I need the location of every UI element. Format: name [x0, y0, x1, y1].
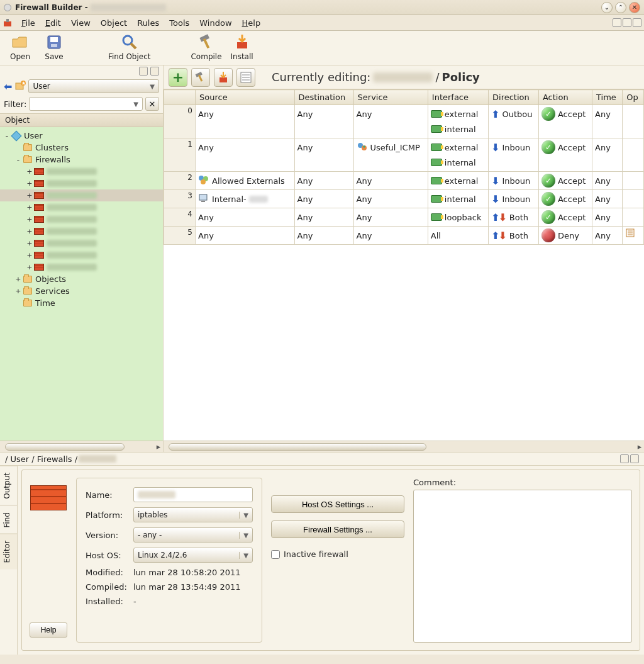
- hostos-dropdown[interactable]: Linux 2.4/2.6▼: [133, 548, 253, 563]
- column-header[interactable]: Time: [592, 90, 623, 105]
- install-button[interactable]: Install: [228, 33, 256, 61]
- minimize-button[interactable]: ⌄: [601, 2, 613, 13]
- column-header[interactable]: Interface: [428, 90, 488, 105]
- menu-rules[interactable]: Rules: [132, 16, 164, 30]
- svg-rect-4: [51, 44, 57, 47]
- arrow-down-icon: ⬇: [491, 175, 499, 187]
- breadcrumb: / User / Firewalls /: [0, 452, 644, 466]
- editor-restore-icon[interactable]: [620, 454, 629, 463]
- menu-tools[interactable]: Tools: [164, 16, 194, 30]
- tree-item[interactable]: -User: [0, 130, 163, 142]
- mdi-restore-icon[interactable]: [623, 18, 631, 27]
- version-dropdown[interactable]: - any -▼: [133, 527, 253, 543]
- filter-input[interactable]: ▼: [29, 97, 143, 111]
- tree-item[interactable]: +: [0, 201, 163, 213]
- column-header[interactable]: Service: [353, 90, 428, 105]
- compiled-value: lun mar 28 13:54:49 2011: [133, 582, 241, 592]
- log-icon[interactable]: [625, 230, 636, 240]
- window-menu-icon[interactable]: [4, 4, 11, 11]
- accept-icon: ✓: [541, 192, 555, 206]
- tree-item[interactable]: -Firewalls: [0, 154, 163, 166]
- menu-file[interactable]: File: [16, 16, 40, 30]
- tab-output[interactable]: Output: [0, 466, 17, 505]
- filter-label: Filter:: [4, 99, 26, 109]
- svg-rect-9: [237, 42, 247, 48]
- filter-clear-button[interactable]: ✕: [145, 97, 159, 111]
- host-os-settings-button[interactable]: Host OS Settings ...: [271, 495, 404, 513]
- editor-close-icon[interactable]: [630, 454, 639, 463]
- accept-icon: ✓: [541, 174, 555, 188]
- breadcrumb-redacted: [79, 455, 116, 463]
- mdi-close-icon[interactable]: [633, 18, 641, 27]
- column-header[interactable]: Direction: [489, 90, 539, 105]
- nav-back-icon[interactable]: ⬅: [4, 81, 12, 93]
- mdi-minimize-icon[interactable]: [613, 18, 621, 27]
- rule-row[interactable]: 3Internal-AnyAnyinternal⬇ Inboun✓AcceptA…: [164, 190, 644, 208]
- compile-rule-button[interactable]: [191, 68, 210, 87]
- rule-row[interactable]: 0AnyAnyAnyexternalinternal⬆ Outbou✓Accep…: [164, 105, 644, 138]
- group-icon: [198, 175, 209, 187]
- tree-item[interactable]: +Services: [0, 285, 163, 297]
- column-header[interactable]: Destination: [294, 90, 353, 105]
- sidebar-scrollbar[interactable]: ▸: [0, 441, 163, 452]
- column-header[interactable]: Op: [623, 90, 644, 105]
- hammer-icon: [197, 33, 215, 51]
- tab-editor[interactable]: Editor: [0, 534, 17, 570]
- tab-find[interactable]: Find: [0, 505, 17, 534]
- object-tree[interactable]: -UserClusters-Firewalls++++++++++Objects…: [0, 127, 163, 441]
- editing-policy-label: Policy: [442, 70, 480, 84]
- inactive-firewall-checkbox[interactable]: Inactive firewall: [271, 549, 404, 559]
- add-rule-button[interactable]: +: [169, 68, 187, 87]
- menu-edit[interactable]: Edit: [40, 16, 66, 30]
- menu-help[interactable]: Help: [237, 16, 266, 30]
- tree-item[interactable]: +: [0, 237, 163, 249]
- deny-icon: [541, 228, 555, 242]
- column-header[interactable]: Action: [538, 90, 592, 105]
- tree-item[interactable]: Time: [0, 297, 163, 309]
- save-button[interactable]: Save: [40, 33, 68, 61]
- close-button[interactable]: ✕: [629, 2, 640, 13]
- tree-item[interactable]: +: [0, 249, 163, 261]
- install-rule-button[interactable]: [214, 68, 233, 87]
- rule-row[interactable]: 1AnyAnyUseful_ICMPexternalinternal⬇ Inbo…: [164, 138, 644, 172]
- rule-row[interactable]: 5AnyAnyAnyAll⬆⬇ BothDenyAny: [164, 227, 644, 245]
- menu-object[interactable]: Object: [96, 16, 132, 30]
- compile-button[interactable]: Compile: [191, 33, 221, 61]
- platform-dropdown[interactable]: iptables▼: [133, 507, 253, 522]
- library-dropdown[interactable]: User ▼: [28, 79, 159, 93]
- window-title-redacted: [91, 4, 166, 11]
- svg-rect-0: [4, 21, 11, 26]
- sidebar-close-icon[interactable]: [150, 67, 159, 76]
- open-button[interactable]: Open: [6, 33, 34, 61]
- rules-scrollbar[interactable]: ▸: [164, 441, 644, 452]
- tree-item[interactable]: +: [0, 166, 163, 177]
- firewall-settings-button[interactable]: Firewall Settings ...: [271, 521, 404, 538]
- column-header[interactable]: Source: [196, 90, 295, 105]
- help-button[interactable]: Help: [30, 622, 67, 638]
- menu-view[interactable]: View: [66, 16, 96, 30]
- comment-label: Comment:: [413, 478, 632, 487]
- rule-options-button[interactable]: [236, 68, 255, 87]
- svg-rect-14: [198, 74, 203, 81]
- nav-new-icon[interactable]: ★: [14, 81, 26, 93]
- tree-item[interactable]: +: [0, 177, 163, 189]
- tree-item[interactable]: +: [0, 189, 163, 201]
- find-object-button[interactable]: Find Object: [108, 33, 150, 61]
- column-header[interactable]: [164, 90, 196, 105]
- tree-item[interactable]: Clusters: [0, 142, 163, 154]
- tree-item[interactable]: +: [0, 225, 163, 237]
- save-icon: [45, 33, 63, 51]
- name-field[interactable]: [133, 487, 253, 502]
- menu-window[interactable]: Window: [194, 16, 236, 30]
- tree-item[interactable]: +: [0, 261, 163, 273]
- tree-item[interactable]: +Objects: [0, 273, 163, 285]
- search-icon: [121, 33, 138, 51]
- rule-row[interactable]: 4AnyAnyAnyloopback⬆⬇ Both✓AcceptAny: [164, 208, 644, 227]
- comment-textarea[interactable]: [413, 490, 632, 643]
- tree-item[interactable]: +: [0, 213, 163, 225]
- maximize-button[interactable]: ⌃: [615, 2, 626, 13]
- sidebar-restore-icon[interactable]: [139, 67, 148, 76]
- rule-row[interactable]: 2Allowed ExternalsAnyAnyexternal⬇ Inboun…: [164, 172, 644, 190]
- host-icon: [198, 193, 209, 205]
- rules-table[interactable]: SourceDestinationServiceInterfaceDirecti…: [164, 89, 644, 245]
